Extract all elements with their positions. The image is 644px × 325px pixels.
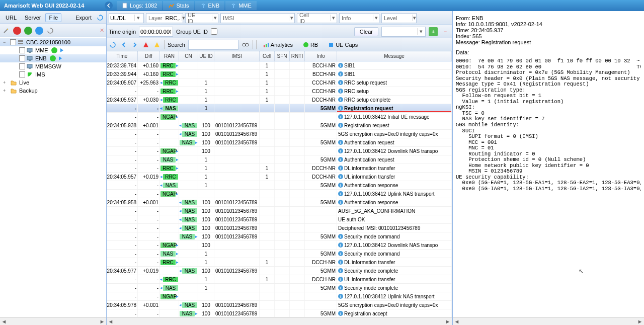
log-row[interactable]: 20:34:05.907+25.963◂RRC11CCCH-NRiRRC set… xyxy=(107,78,452,87)
col-header-rnti[interactable]: RNTI xyxy=(290,51,305,61)
next-icon[interactable] xyxy=(131,41,139,49)
col-header-cn[interactable]: CN xyxy=(179,51,198,61)
col-header-diff[interactable]: Diff xyxy=(138,51,160,61)
log-row[interactable]: --◂NAS15GMMiSecurity mode complete xyxy=(107,284,452,292)
sidebar-scrollbar[interactable]: ◄► xyxy=(0,317,106,325)
layer-combo[interactable]: Layer▾ xyxy=(146,13,183,23)
details-scrollbar[interactable]: ◄► xyxy=(453,317,644,325)
grid-body[interactable]: 20:33:39.784+0.160RRC▸1BCCH-NRiSIB120:33… xyxy=(107,61,452,317)
log-row[interactable]: --RRC▸11DCCH-NRiDL information transfer xyxy=(107,258,452,267)
log-row[interactable]: --NGAP▸i127.0.1.100:38412 Initial UE mes… xyxy=(107,113,452,121)
uldl-combo[interactable]: ▾ xyxy=(109,13,144,23)
tree-checkbox[interactable] xyxy=(19,47,25,53)
clear-button[interactable]: Clear xyxy=(354,27,378,36)
col-header-cell[interactable]: Cell xyxy=(260,51,275,61)
log-row[interactable]: 20:34:05.957+0.019◂RRC11DCCH-NRiUL infor… xyxy=(107,173,452,181)
log-row[interactable]: 20:33:39.784+0.160RRC▸1BCCH-NRiSIB1 xyxy=(107,61,452,70)
header-tab-logs--1082[interactable]: Logs: 1082 xyxy=(117,1,162,10)
log-row[interactable]: --◂RRC11DCCH-NRiUL information transfer xyxy=(107,275,452,284)
log-row[interactable]: 20:34:05.977+0.019◂NAS100001010123456789… xyxy=(107,267,452,275)
alert-icon[interactable] xyxy=(153,41,161,49)
col-header-ran[interactable]: RAN xyxy=(160,51,179,61)
tree-checkbox[interactable] xyxy=(10,39,16,45)
file-button[interactable]: File xyxy=(45,13,61,22)
uecaps-button[interactable]: UE Caps xyxy=(325,40,361,49)
url-button[interactable]: URL xyxy=(2,13,20,22)
refresh-icon[interactable] xyxy=(96,14,104,22)
log-row[interactable]: --NAS▸1000010101234567895GMMiRegistratio… xyxy=(107,309,452,317)
log-row[interactable]: --NGAP▸100i127.0.1.100:38412 Downlink NA… xyxy=(107,241,452,250)
log-row[interactable]: --◂NAS15GMMiRegistration request xyxy=(107,104,452,113)
magic-icon[interactable] xyxy=(2,27,10,35)
server-button[interactable]: Server xyxy=(21,13,44,22)
tree-checkbox[interactable] xyxy=(19,55,25,61)
log-row[interactable]: --RRC▸11CCCH-NRiRRC setup xyxy=(107,87,452,96)
close-icon[interactable]: ✕ xyxy=(100,27,104,34)
remove-filter-icon[interactable]: − xyxy=(441,27,450,36)
tree-node-enb[interactable]: ENB xyxy=(0,54,106,62)
log-row[interactable]: --◂NAS100001010123456789Deciphered IMSI:… xyxy=(107,224,452,232)
tree-node-mbmsgw[interactable]: MBMSGW xyxy=(0,62,106,70)
log-row[interactable]: --NAS▸1000010101234567895GMMiAuthenticat… xyxy=(107,138,452,147)
record-icon[interactable] xyxy=(13,27,21,35)
log-row[interactable]: 20:34:05.958+0.001◂NAS100001010123456789… xyxy=(107,198,452,207)
log-row[interactable]: --NGAP▸100i127.0.1.100:38412 Downlink NA… xyxy=(107,147,452,155)
col-header-imsi[interactable]: IMSI xyxy=(214,51,260,61)
log-row[interactable]: 20:33:39.944+0.160RRC▸1BCCH-NRiSIB1 xyxy=(107,70,452,78)
tree-checkbox[interactable] xyxy=(19,63,25,69)
level-combo[interactable]: Level▾ xyxy=(381,13,417,23)
prev-icon[interactable] xyxy=(120,41,128,49)
log-toolbar: Search Analytics RB UE Caps xyxy=(107,38,452,51)
log-row[interactable]: --NAS▸15GMMiSecurity mode command xyxy=(107,250,452,258)
col-header-message[interactable]: Message xyxy=(337,51,452,61)
collapse-sidebar-icon[interactable] xyxy=(105,2,113,10)
log-row[interactable]: --◂NAS100001010123456789AUSF_5G_AKA_CONF… xyxy=(107,207,452,215)
ueid-combo[interactable]: UE ID▾ xyxy=(185,13,218,23)
tree-node-ims[interactable]: IMS xyxy=(0,70,106,78)
time-origin-input[interactable] xyxy=(139,27,173,37)
play-icon[interactable] xyxy=(59,56,62,60)
cellid-combo[interactable]: Cell ID▾ xyxy=(297,13,337,23)
imsi-combo[interactable]: IMSI▾ xyxy=(220,13,295,23)
log-row[interactable]: 20:34:05.978+0.001◂NAS100001010123456789… xyxy=(107,301,452,309)
refresh-logs-icon[interactable] xyxy=(109,41,117,49)
log-row[interactable]: --NAS▸1000010101234567895GMMiSecurity mo… xyxy=(107,232,452,241)
col-header-time[interactable]: Time xyxy=(107,51,138,61)
log-row[interactable]: 20:34:05.937+0.030◂RRC11DCCH-NRiRRC setu… xyxy=(107,96,452,104)
binoculars-icon[interactable] xyxy=(242,41,250,49)
ok-icon[interactable] xyxy=(24,27,32,35)
grid-scrollbar[interactable]: ◄► xyxy=(107,317,452,325)
tree-node-mme[interactable]: MME xyxy=(0,46,106,54)
export-button[interactable]: Export xyxy=(72,13,95,22)
reload-icon[interactable] xyxy=(46,27,54,35)
add-filter-icon[interactable]: + xyxy=(429,27,438,36)
log-row[interactable]: --◂NAS100001010123456789UE auth OK xyxy=(107,215,452,224)
preset-combo[interactable]: ▾ xyxy=(381,27,426,37)
log-row[interactable]: --NGAP▸i127.0.1.100:38412 Uplink NAS tra… xyxy=(107,292,452,301)
header-tab-enb[interactable]: ENB xyxy=(195,1,225,10)
tree-node-cbc-2021050100[interactable]: −CBC-2021050100 xyxy=(0,38,106,46)
analytics-button[interactable]: Analytics xyxy=(260,40,296,49)
warning-icon[interactable] xyxy=(142,41,150,49)
play-icon[interactable] xyxy=(60,48,63,52)
header-tab-stats[interactable]: Stats xyxy=(163,1,194,10)
log-row[interactable]: --RRC▸11DCCH-NRiDL information transfer xyxy=(107,164,452,173)
rb-button[interactable]: RB xyxy=(299,40,321,49)
tree-node-live[interactable]: +Live xyxy=(0,78,106,87)
log-row[interactable]: 20:34:05.938+0.001◂NAS100001010123456789… xyxy=(107,121,452,130)
header-tab-mme[interactable]: MME xyxy=(225,1,257,10)
group-ueid-checkbox[interactable] xyxy=(211,28,217,35)
message-text: Security mode complete xyxy=(344,285,398,291)
col-header-ue-id[interactable]: UE ID xyxy=(198,51,214,61)
info-combo[interactable]: Info▾ xyxy=(339,13,379,23)
tree-checkbox[interactable] xyxy=(19,71,25,77)
log-row[interactable]: --NAS▸15GMMiAuthentication request xyxy=(107,155,452,164)
col-header-info[interactable]: Info xyxy=(305,51,337,61)
col-header-sfn[interactable]: SFN xyxy=(275,51,290,61)
tree-node-backup[interactable]: +Backup xyxy=(0,87,106,95)
log-row[interactable]: --◂NAS1000010101234567895GS encryption c… xyxy=(107,130,452,138)
circle-icon[interactable] xyxy=(35,27,43,35)
search-input[interactable] xyxy=(188,40,238,50)
log-row[interactable]: --NGAP▸i127.0.1.100:38412 Uplink NAS tra… xyxy=(107,190,452,198)
log-row[interactable]: --◂NAS15GMMiAuthentication response xyxy=(107,181,452,190)
